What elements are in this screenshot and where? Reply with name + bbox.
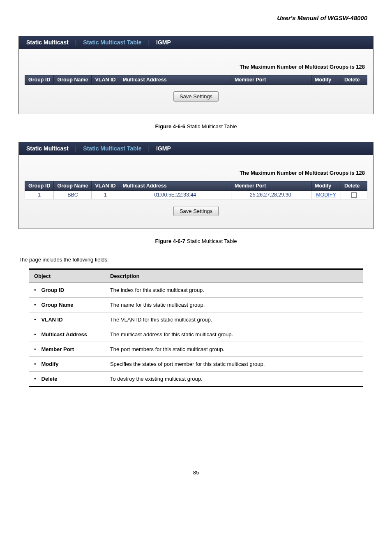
th-group-name: Group Name — [54, 75, 92, 85]
panel-body: The Maximum Number of Multicast Groups i… — [19, 49, 373, 114]
save-settings-button[interactable]: Save Settings — [173, 91, 219, 102]
modify-link[interactable]: MODIFY — [311, 191, 341, 199]
table-row: • VLAN IDThe VLAN ID for this static mul… — [29, 312, 363, 327]
tab-igmp[interactable]: IGMP — [154, 145, 173, 152]
figure-caption-466-rest: Static Multicast Table — [185, 123, 237, 130]
table-row: • ModifySpecifies the states of port mem… — [29, 357, 363, 372]
cell-group-name: BBC — [54, 191, 92, 199]
tab-separator: | — [148, 39, 150, 46]
th-vlan-id: VLAN ID — [92, 75, 119, 85]
multicast-table: Group ID Group Name VLAN ID Multicast Ad… — [25, 75, 367, 85]
tab-static-multicast-table[interactable]: Static Multicast Table — [81, 39, 144, 46]
th-group-name: Group Name — [54, 181, 92, 191]
table-row: • Group IDThe index for this static mult… — [29, 283, 363, 298]
delete-checkbox[interactable] — [351, 192, 357, 198]
field-object: • Group ID — [29, 283, 105, 298]
th-delete: Delete — [341, 75, 367, 85]
tab-static-multicast-table[interactable]: Static Multicast Table — [81, 145, 144, 152]
figure-caption-467: Figure 4-6-7 Static Multicast Table — [18, 238, 374, 244]
field-object: • Delete — [29, 372, 105, 387]
th-delete: Delete — [341, 181, 367, 191]
page-title: User's Manual of WGSW-48000 — [18, 14, 374, 21]
th-multicast-address: Multicast Address — [119, 181, 231, 191]
panel-body: The Maximum Number of Multicast Groups i… — [19, 155, 373, 229]
field-description: The index for this static multicast grou… — [105, 283, 363, 298]
field-description: The VLAN ID for this static multicast gr… — [105, 312, 363, 327]
tab-static-multicast[interactable]: Static Multicast — [24, 145, 71, 152]
multicast-table: Group ID Group Name VLAN ID Multicast Ad… — [25, 181, 367, 199]
panel-static-multicast-filled: Static Multicast | Static Multicast Tabl… — [18, 142, 374, 229]
tab-static-multicast[interactable]: Static Multicast — [24, 39, 71, 46]
th-multicast-address: Multicast Address — [119, 75, 231, 85]
table-row: • DeleteTo destroy the existing multicas… — [29, 372, 363, 387]
th-vlan-id: VLAN ID — [92, 181, 119, 191]
max-groups-msg: The Maximum Number of Multicast Groups i… — [25, 64, 367, 70]
th-object: Object — [29, 269, 105, 283]
field-description: The name for this static multicast group… — [105, 298, 363, 312]
tab-bar: Static Multicast | Static Multicast Tabl… — [19, 142, 373, 155]
th-member-port: Member Port — [231, 181, 311, 191]
table-header-row: Group ID Group Name VLAN ID Multicast Ad… — [25, 75, 367, 85]
fields-table: Object Description • Group IDThe index f… — [29, 268, 363, 387]
field-object: • Modify — [29, 357, 105, 372]
figure-caption-467-rest: Static Multicast Table — [185, 238, 237, 244]
table-header-row: Group ID Group Name VLAN ID Multicast Ad… — [25, 181, 367, 191]
th-group-id: Group ID — [25, 181, 54, 191]
field-description: Specifies the states of port member for … — [105, 357, 363, 372]
th-group-id: Group ID — [25, 75, 54, 85]
cell-mcast-addr: 01:00:5E:22:33:44 — [119, 191, 231, 199]
cell-vlan-id: 1 — [92, 191, 119, 199]
max-groups-msg: The Maximum Number of Multicast Groups i… — [25, 170, 367, 176]
figure-caption-466-bold: Figure 4-6-6 — [155, 123, 185, 130]
th-description: Description — [105, 269, 363, 283]
th-member-port: Member Port — [231, 75, 311, 85]
save-settings-button[interactable]: Save Settings — [173, 206, 219, 216]
field-description: The multicast address for this static mu… — [105, 327, 363, 342]
field-object: • Group Name — [29, 298, 105, 312]
fields-intro: The page includes the following fields: — [18, 257, 374, 263]
table-row: • Multicast AddressThe multicast address… — [29, 327, 363, 342]
page-number: 85 — [18, 469, 374, 476]
table-row: • Member PortThe port members for this s… — [29, 342, 363, 357]
table-row: • Group NameThe name for this static mul… — [29, 298, 363, 312]
panel-static-multicast-empty: Static Multicast | Static Multicast Tabl… — [18, 36, 374, 114]
tab-bar: Static Multicast | Static Multicast Tabl… — [19, 36, 373, 49]
figure-caption-467-bold: Figure 4-6-7 — [155, 238, 185, 244]
tab-separator: | — [148, 145, 150, 152]
delete-cell — [341, 191, 367, 199]
cell-group-id: 1 — [25, 191, 54, 199]
field-description: The port members for this static multica… — [105, 342, 363, 357]
tab-igmp[interactable]: IGMP — [154, 39, 173, 46]
figure-caption-466: Figure 4-6-6 Static Multicast Table — [18, 123, 374, 130]
th-modify: Modify — [311, 181, 341, 191]
field-object: • VLAN ID — [29, 312, 105, 327]
th-modify: Modify — [311, 75, 341, 85]
tab-separator: | — [75, 145, 77, 152]
field-object: • Member Port — [29, 342, 105, 357]
field-object: • Multicast Address — [29, 327, 105, 342]
table-row: 1 BBC 1 01:00:5E:22:33:44 25,26,27,28,29… — [25, 191, 367, 199]
tab-separator: | — [75, 39, 77, 46]
cell-member-port: 25,26,27,28,29,30, — [231, 191, 311, 199]
field-description: To destroy the existing multicast group. — [105, 372, 363, 387]
